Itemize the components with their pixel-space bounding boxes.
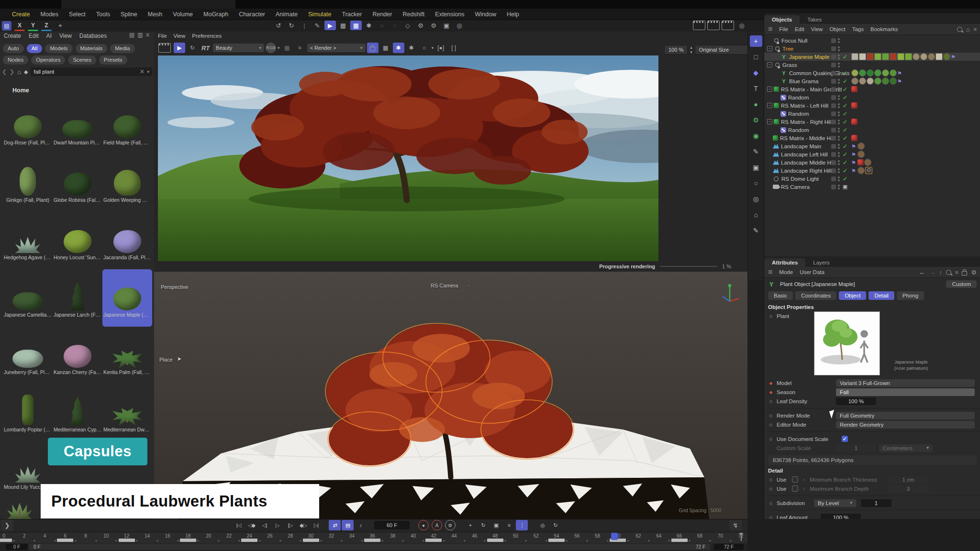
- custom-scale-value[interactable]: 1: [836, 444, 876, 452]
- enabled-check-icon[interactable]: ✓: [842, 167, 848, 174]
- redo-icon[interactable]: ↻: [286, 21, 297, 30]
- object-rs-dome-light[interactable]: RS Dome Light✓: [764, 175, 980, 183]
- play-icon[interactable]: ▷: [271, 520, 283, 530]
- render-settings-icon[interactable]: ▦: [337, 21, 349, 30]
- size-select[interactable]: Original Size▾: [695, 45, 756, 55]
- menu-render[interactable]: Render: [367, 11, 397, 18]
- edit-toggle[interactable]: [831, 38, 836, 43]
- expander-icon[interactable]: –: [767, 46, 772, 51]
- annotation-tag-icon[interactable]: ⚑: [897, 70, 903, 76]
- axis-y-button[interactable]: Y: [28, 21, 38, 31]
- asset-mediterranean-cypres[interactable]: Mediterranean Cypres...: [53, 384, 102, 441]
- asset-golden-weeping-willo[interactable]: Golden Weeping Willo...: [102, 154, 152, 212]
- object-blue-grama[interactable]: YBlue Grama✓⚑: [764, 77, 980, 85]
- expander-icon[interactable]: –: [767, 119, 772, 124]
- camera-label[interactable]: RS Camera: [431, 283, 458, 288]
- object-random[interactable]: Random✓: [764, 126, 980, 134]
- range-slider[interactable]: 0 F 72 F: [29, 544, 710, 550]
- keyframe-marker[interactable]: [303, 539, 319, 542]
- rt-mode-label[interactable]: RT: [200, 44, 212, 52]
- parent-icon[interactable]: ↑: [939, 269, 942, 276]
- gear-a-icon[interactable]: ⚙: [415, 21, 426, 30]
- enabled-check-icon[interactable]: ✓: [842, 54, 848, 60]
- keyframe-marker[interactable]: [671, 539, 688, 542]
- enabled-check-icon[interactable]: ✓: [842, 86, 848, 93]
- freeze-geo-icon[interactable]: ✱: [406, 43, 417, 53]
- visibility-controls[interactable]: [831, 63, 840, 67]
- visibility-controls[interactable]: ✓: [831, 78, 848, 85]
- list-view-icon[interactable]: ▥: [137, 32, 143, 38]
- visibility-controls[interactable]: [831, 46, 840, 51]
- refresh-icon[interactable]: ↻: [187, 43, 198, 53]
- object-random[interactable]: Random✓: [764, 110, 980, 118]
- material-swatch[interactable]: [882, 53, 889, 60]
- asset-lombardy-poplar-fall[interactable]: Lombardy Poplar (Fall...: [3, 384, 53, 441]
- use-checkbox[interactable]: [792, 485, 798, 492]
- asset-field-maple-fall-plant[interactable]: Field Maple (Fall, Plant): [102, 97, 152, 154]
- interactive-render-icon[interactable]: ▦: [350, 21, 362, 30]
- tab-objects[interactable]: Objects: [764, 15, 800, 24]
- zoom-stepper[interactable]: ▴▾: [690, 45, 692, 55]
- axis-x-button[interactable]: X: [14, 21, 25, 31]
- visibility-controls[interactable]: ✓: [831, 143, 848, 150]
- custom-scale-unit[interactable]: Centimeters▾: [879, 444, 933, 452]
- visibility-dots[interactable]: [838, 160, 840, 165]
- freeze-icon[interactable]: ✱: [393, 43, 404, 53]
- attr-editor-mode-value[interactable]: Render Geometry: [836, 421, 975, 429]
- object-landscape-right-hill[interactable]: Landscape Right Hill✓⚑∅: [764, 166, 980, 175]
- perspective-viewport[interactable]: Perspective RS Camera ◦ Place ➤ Grid Spa…: [154, 272, 747, 519]
- material-swatch[interactable]: [874, 69, 881, 77]
- play-render-icon[interactable]: ▶: [174, 43, 185, 53]
- workplane-icon[interactable]: ⌖: [55, 21, 66, 31]
- menu-animate[interactable]: Animate: [270, 11, 303, 18]
- menu-tools[interactable]: Tools: [91, 11, 115, 18]
- edit-toggle[interactable]: [831, 103, 836, 108]
- plant-thumbnail-partial[interactable]: [7, 493, 33, 519]
- render-menu-file[interactable]: File: [158, 33, 167, 39]
- visibility-dots[interactable]: [838, 46, 840, 51]
- expander-icon[interactable]: –: [767, 62, 772, 67]
- detail-minimum-branch-thickness-value[interactable]: 1 cm: [888, 476, 928, 484]
- attributes-burger-icon[interactable]: ≡: [768, 268, 772, 276]
- history-back-icon[interactable]: ←: [919, 269, 925, 276]
- material-swatch[interactable]: [890, 53, 897, 60]
- material-swatch[interactable]: [874, 53, 881, 60]
- mode-tool-5-icon[interactable]: ⚙: [750, 114, 762, 126]
- prev-frame-icon[interactable]: ◁|: [258, 520, 270, 530]
- material-swatch[interactable]: [859, 77, 866, 85]
- material-swatch[interactable]: [882, 77, 889, 85]
- channel-caret-icon[interactable]: ▾: [278, 45, 280, 50]
- prev-key-icon[interactable]: ◁◆: [245, 520, 257, 530]
- asset-dog-rose-fall-plant[interactable]: Dog-Rose (Fall, Plant): [3, 97, 53, 154]
- grid-icon[interactable]: ▦: [380, 43, 391, 53]
- crop-icon[interactable]: ⌗: [294, 43, 306, 53]
- mode-tool-3-icon[interactable]: T: [750, 83, 762, 94]
- next-key-icon[interactable]: ◆▷: [297, 520, 309, 530]
- object-rs-matrix-left-hill[interactable]: –RS Matrix - Left Hill✓: [764, 101, 980, 110]
- visibility-dots[interactable]: [838, 152, 840, 157]
- attr-leaf-density-value[interactable]: 100 %: [836, 397, 876, 405]
- fcurve-icon[interactable]: ↯: [729, 520, 742, 530]
- material-swatch[interactable]: [928, 53, 935, 60]
- menu-select[interactable]: Select: [64, 11, 91, 18]
- keyframe-presets-icon[interactable]: ↻: [549, 520, 561, 530]
- axis-z-button[interactable]: Z: [41, 21, 52, 31]
- material-swatch[interactable]: [851, 77, 858, 85]
- asset-menu-view[interactable]: View: [59, 33, 72, 39]
- edit-toggle[interactable]: [831, 95, 836, 100]
- edit-toggle[interactable]: [831, 87, 836, 92]
- annotation-tag-icon[interactable]: ⚑: [851, 152, 857, 157]
- edit-toggle[interactable]: [831, 185, 836, 189]
- doc-mode-icon[interactable]: ▤: [342, 520, 354, 530]
- visibility-dots[interactable]: [838, 55, 840, 59]
- annotation-tag-icon[interactable]: ⚑: [897, 78, 903, 84]
- objects-home-icon[interactable]: ⌂: [966, 26, 970, 33]
- visibility-controls[interactable]: ✓: [831, 176, 848, 182]
- attributes-menu-user-data[interactable]: User Data: [800, 269, 824, 275]
- visibility-controls[interactable]: ✓: [831, 159, 848, 166]
- enabled-check-icon[interactable]: ✓: [842, 102, 848, 109]
- section-tab-coordinates[interactable]: Coordinates: [795, 291, 836, 300]
- attributes-gear-icon[interactable]: ⚙: [971, 269, 977, 276]
- edit-toggle[interactable]: [831, 128, 836, 132]
- material-swatch[interactable]: [851, 53, 858, 60]
